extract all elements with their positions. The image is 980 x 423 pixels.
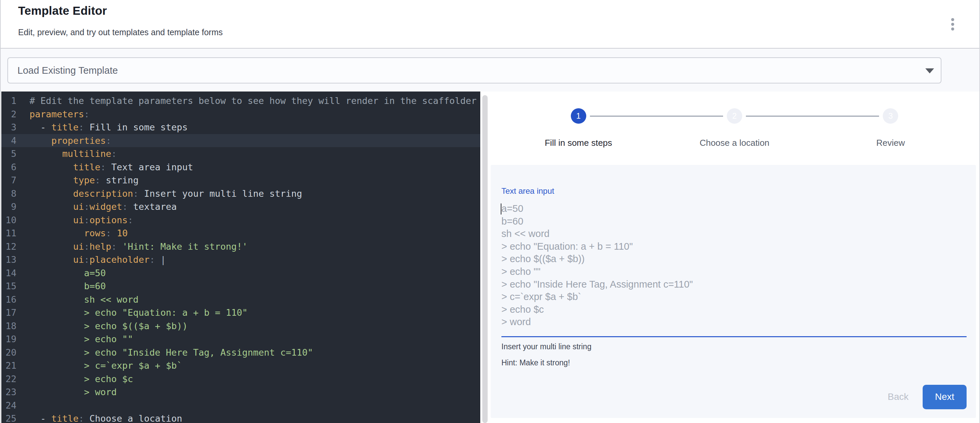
code-line-9[interactable]: 9 ui:widget: textarea: [2, 200, 480, 214]
placeholder-line: > echo $(($a + $b)): [501, 253, 967, 265]
back-button[interactable]: Back: [880, 388, 916, 406]
code-text: - title: Choose a location: [30, 412, 182, 423]
placeholder-line: > echo $c: [501, 303, 967, 316]
line-number: 21: [2, 359, 16, 372]
code-line-2[interactable]: 2parameters:: [2, 108, 480, 121]
placeholder-line: > c=`expr $a + $b`: [501, 291, 967, 303]
kebab-menu-icon[interactable]: [945, 16, 961, 32]
code-line-14[interactable]: 14 a=50: [2, 266, 480, 280]
code-text: ui:widget: textarea: [30, 200, 177, 214]
step-label: Fill in some steps: [500, 138, 656, 148]
code-text: > echo $(($a + $b)): [30, 319, 188, 333]
code-line-10[interactable]: 10 ui:options:: [2, 214, 480, 227]
line-number: 14: [2, 266, 16, 280]
line-number: 9: [2, 200, 16, 214]
code-editor[interactable]: 1# Edit the template parameters below to…: [2, 92, 480, 423]
code-line-8[interactable]: 8 description: Insert your multi line st…: [2, 187, 480, 200]
placeholder-line: > word: [501, 316, 967, 328]
line-number: 2: [2, 108, 16, 121]
code-line-7[interactable]: 7 type: string: [2, 174, 480, 187]
editor-scrollbar-track: [480, 92, 490, 423]
code-line-23[interactable]: 23 > word: [2, 385, 480, 399]
code-line-17[interactable]: 17 > echo "Equation: a + b = 110": [2, 306, 480, 319]
load-template-select[interactable]: Load Existing Template: [7, 57, 942, 84]
code-line-19[interactable]: 19 > echo "": [2, 333, 480, 346]
caret-down-icon[interactable]: [925, 68, 934, 73]
form-card: Text area input a=50b=60sh << word> echo…: [491, 165, 976, 418]
code-line-1[interactable]: 1# Edit the template parameters below to…: [2, 94, 480, 108]
code-line-18[interactable]: 18 > echo $(($a + $b)): [2, 319, 480, 333]
step-connector: [590, 116, 723, 117]
code-line-22[interactable]: 22 > echo $c: [2, 372, 480, 386]
code-line-12[interactable]: 12 ui:help: 'Hint: Make it strong!': [2, 240, 480, 253]
line-number: 16: [2, 293, 16, 306]
code-text: > c=`expr $a + $b`: [30, 359, 182, 372]
code-line-16[interactable]: 16 sh << word: [2, 293, 480, 306]
placeholder-line: sh << word: [501, 228, 967, 240]
code-text: ui:placeholder: |: [30, 253, 166, 266]
code-line-15[interactable]: 15 b=60: [2, 280, 480, 293]
placeholder-line: a=50: [501, 203, 967, 215]
field-description: Insert your multi line string: [501, 342, 967, 351]
step-number-badge: 1: [571, 108, 586, 124]
step-label: Choose a location: [656, 138, 812, 148]
step-1: 1Fill in some steps: [500, 108, 656, 148]
code-line-3[interactable]: 3 - title: Fill in some steps: [2, 120, 480, 134]
code-text: rows: 10: [30, 227, 128, 240]
code-line-11[interactable]: 11 rows: 10: [2, 227, 480, 240]
code-text: title: Text area input: [30, 160, 193, 174]
code-line-6[interactable]: 6 title: Text area input: [2, 160, 480, 174]
placeholder-line: > echo "Inside Here Tag, Assignment c=11…: [501, 278, 967, 291]
code-line-13[interactable]: 13 ui:placeholder: |: [2, 253, 480, 266]
line-number: 19: [2, 333, 16, 346]
placeholder-line: > echo "Equation: a + b = 110": [501, 240, 967, 253]
code-text: ui:options:: [30, 214, 133, 227]
select-placeholder: Load Existing Template: [18, 58, 118, 83]
page-title: Template Editor: [18, 4, 107, 17]
placeholder-line: > echo "": [501, 265, 967, 278]
line-number: 24: [2, 399, 16, 412]
code-text: a=50: [30, 266, 106, 280]
line-number: 18: [2, 319, 16, 333]
code-text: multiline:: [30, 147, 117, 160]
code-line-24[interactable]: 24: [2, 399, 480, 412]
code-text: parameters:: [30, 108, 89, 121]
line-number: 11: [2, 227, 16, 240]
placeholder-line: b=60: [501, 215, 967, 228]
code-text: > echo $c: [30, 372, 133, 386]
code-text: > echo "Equation: a + b = 110": [30, 306, 248, 319]
field-label: Text area input: [501, 186, 967, 196]
step-label: Review: [813, 138, 969, 148]
line-number: 8: [2, 187, 16, 200]
line-number: 17: [2, 306, 16, 319]
line-number: 1: [2, 94, 16, 108]
code-text: - title: Fill in some steps: [30, 120, 188, 134]
step-number-badge: 3: [883, 108, 898, 124]
code-line-21[interactable]: 21 > c=`expr $a + $b`: [2, 359, 480, 372]
line-number: 3: [2, 120, 16, 134]
template-editor-page: Template Editor Edit, preview, and try o…: [0, 0, 980, 423]
code-text: > word: [30, 385, 117, 399]
line-number: 5: [2, 147, 16, 160]
stepper: 1Fill in some steps2Choose a location3Re…: [500, 108, 969, 148]
code-text: ui:help: 'Hint: Make it strong!': [30, 240, 248, 253]
code-line-5[interactable]: 5 multiline:: [2, 147, 480, 160]
code-line-4[interactable]: 4 properties:: [2, 134, 480, 147]
load-template-bar: Load Existing Template: [1, 49, 979, 92]
code-text: type: string: [30, 174, 138, 187]
code-text: b=60: [30, 280, 106, 293]
field-hint: Hint: Make it strong!: [501, 358, 967, 368]
line-number: 7: [2, 174, 16, 187]
editor-scrollbar[interactable]: [482, 95, 488, 423]
code-line-25[interactable]: 25 - title: Choose a location: [2, 412, 480, 423]
line-number: 4: [2, 134, 16, 147]
textarea-input[interactable]: a=50b=60sh << word> echo "Equation: a + …: [501, 203, 967, 328]
line-number: 12: [2, 240, 16, 253]
next-button[interactable]: Next: [923, 385, 967, 409]
step-2: 2Choose a location: [656, 108, 812, 148]
page-subtitle: Edit, preview, and try out templates and…: [18, 27, 223, 37]
code-text: > echo "": [30, 333, 133, 346]
field-underline: [501, 336, 967, 337]
text-cursor: [501, 203, 501, 214]
code-line-20[interactable]: 20 > echo "Inside Here Tag, Assignment c…: [2, 346, 480, 359]
